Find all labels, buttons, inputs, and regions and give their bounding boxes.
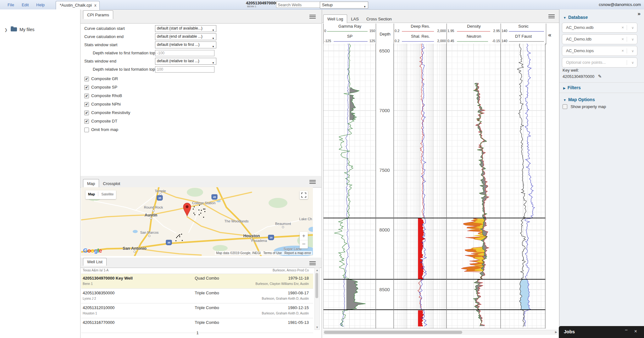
database-section-header[interactable]: ▼Database [563, 14, 588, 20]
table-row[interactable]: Texas A&m /a/ 1-ABurleson, Amoco Prod Co [81, 268, 313, 274]
tab-close-icon[interactable]: x [94, 3, 97, 8]
tab-log-las[interactable]: LAS [347, 15, 363, 23]
key-well-badge: Key Well [116, 276, 133, 281]
key-well-value: 42051304970000 ✎ [563, 74, 602, 79]
checkbox-omit-from-map[interactable] [84, 128, 89, 132]
cpi-input-5[interactable]: 100 [155, 66, 214, 73]
active-well-name: BENN 1 [246, 5, 277, 8]
well-log-plot[interactable]: 65007000750080008500 [323, 44, 546, 329]
scroll-right-icon[interactable]: ▶ [555, 330, 557, 334]
scroll-down-icon[interactable]: ▼ [315, 325, 319, 330]
collapse-sidebar-icon[interactable]: » [638, 11, 641, 17]
database-file-ac_demo.ldb[interactable]: AC_Demo.ldb×∨ [562, 34, 637, 44]
edit-key-well-icon[interactable]: ✎ [598, 74, 602, 79]
scrollbar-thumb[interactable] [315, 273, 318, 298]
tab-log-cross-section[interactable]: Cross Section [363, 15, 396, 23]
log-panel-menu-icon[interactable] [548, 14, 555, 18]
checkbox-composite-gr[interactable]: ✔ [84, 77, 89, 81]
well-list-pager[interactable]: 1 [80, 330, 314, 335]
section-expanded-icon: ▼ [563, 16, 566, 19]
tab-log-well-log[interactable]: Well Log [323, 14, 347, 23]
highway-shield-icon: 35 [166, 240, 172, 245]
remove-file-icon[interactable]: × [621, 46, 624, 56]
remove-file-icon[interactable]: × [621, 35, 624, 44]
checkbox-composite-rhob[interactable]: ✔ [84, 94, 89, 98]
cpi-select-value: default (relative to first ...) [157, 42, 199, 47]
menu-help[interactable]: Help [36, 0, 45, 7]
cpi-row-label: Depth relative to last formation top [93, 67, 155, 72]
scroll-up-icon[interactable]: ▲ [315, 268, 319, 272]
log-scrollbar-thumb[interactable] [324, 331, 462, 334]
scale-max: 2,000 [437, 39, 446, 43]
menu-file[interactable]: File [8, 0, 14, 7]
tab-cpi-params[interactable]: CPI Params [83, 10, 113, 19]
well-date: 1981-05-13 [288, 320, 309, 325]
show-property-map-checkbox[interactable] [563, 104, 567, 109]
chevron-down-icon[interactable]: ∨ [631, 58, 634, 67]
menu-edit[interactable]: Edit [22, 0, 29, 7]
top-menu-bar: FileEditHelp *Austin_Chalk.cpix 42051304… [0, 0, 644, 10]
setup-dropdown[interactable]: Setup ▼ [320, 2, 368, 8]
tab-well-list[interactable]: Well List [83, 258, 107, 266]
log-tabs: Well LogLASCross Section [323, 14, 396, 23]
google-map[interactable]: TempleCollege StationRound RockAustinSan… [81, 187, 313, 256]
chevron-down-icon[interactable]: ∨ [631, 46, 634, 56]
close-icon[interactable]: × [634, 329, 637, 334]
map-options-section-title: Map Options [568, 97, 595, 102]
file-tree-root[interactable]: ❯My files [4, 27, 35, 32]
track-header: Sonic140DT Faust140 [501, 24, 546, 44]
cpi-select-0[interactable]: default (start of available...)▼ [155, 25, 216, 32]
chevron-down-icon[interactable]: ∨ [631, 23, 634, 32]
table-row[interactable]: 42051312010000Houston 1Triple Combo1980-… [81, 303, 313, 318]
table-row[interactable]: 42051304970000 Key WellBenn 1Quad Combo1… [81, 274, 313, 289]
search-wells-input[interactable] [276, 2, 321, 8]
map-type-map-button[interactable]: Map [86, 190, 97, 198]
well-name: Benn 1 [83, 282, 93, 286]
filters-section-header[interactable]: ▶Filters [563, 85, 581, 90]
tab-map-map[interactable]: Map [83, 179, 99, 188]
well-list-menu-icon[interactable] [309, 260, 316, 265]
checkbox-composite-sp[interactable]: ✔ [84, 85, 89, 90]
checkbox-composite-dt[interactable]: ✔ [84, 119, 89, 124]
remove-file-icon[interactable]: × [621, 23, 624, 32]
collapse-log-panel-icon[interactable]: « [548, 31, 552, 38]
well-list-scrollbar[interactable]: ▲ ▼ [314, 268, 320, 330]
database-file-ac_demo.wdb[interactable]: AC_Demo.wdb×∨ [562, 23, 637, 33]
map-report-error-link[interactable]: Report a map error [285, 251, 311, 255]
cpi-select-1[interactable]: default (end of available ...)▼ [155, 33, 216, 40]
tab-well-list-label: Well List [87, 259, 103, 264]
cpi-panel-menu-icon[interactable] [309, 14, 316, 18]
map-city-dot [148, 235, 151, 237]
map-city-label: Sugar Land [284, 247, 302, 251]
app-window: FileEditHelp *Austin_Chalk.cpix 42051304… [0, 0, 644, 338]
checkbox-label: Composite DT [91, 119, 117, 123]
core-points-input[interactable]: Optional core points...∨ [562, 57, 637, 68]
map-panel-menu-icon[interactable] [309, 179, 316, 183]
cpi-select-4[interactable]: default (relative to last ...)▼ [155, 58, 216, 65]
cpi-select-2[interactable]: default (relative to first ...)▼ [155, 41, 216, 48]
checkbox-composite-resistivity[interactable]: ✔ [84, 111, 89, 115]
map-zoom-in-button[interactable]: + [300, 232, 308, 240]
map-city-label: Lake Ch [299, 217, 312, 221]
database-file-ac_demo.tops[interactable]: AC_Demo.tops×∨ [562, 46, 637, 56]
jobs-panel[interactable]: Jobs − × [559, 326, 644, 338]
chevron-down-icon[interactable]: ∨ [631, 35, 634, 44]
tree-expand-icon[interactable]: ❯ [4, 28, 8, 32]
map-pin-icon[interactable] [181, 202, 193, 217]
curve-name: Shal. Res. [394, 34, 447, 39]
map-fullscreen-button[interactable] [300, 191, 308, 199]
map-options-section-header[interactable]: ▼Map Options [563, 97, 595, 102]
map-zoom-out-button[interactable]: − [300, 240, 308, 248]
log-scrollbar[interactable]: ▶ [323, 330, 558, 335]
map-type-satellite-button[interactable]: Satellite [99, 190, 116, 198]
curve-name: DT Faust [501, 34, 546, 39]
tab-cpi-params-label: CPI Params [87, 13, 109, 17]
minimize-icon[interactable]: − [625, 327, 628, 333]
checkbox-composite-nphi[interactable]: ✔ [84, 102, 89, 107]
table-row[interactable]: 42051308350000Lyons J 2Triple Combo1980-… [81, 289, 313, 303]
checkbox-label: Composite SP [91, 85, 117, 90]
map-terms-link[interactable]: Terms of Use [263, 251, 282, 255]
tab-map-crossplot[interactable]: Crossplot [99, 179, 124, 188]
cpi-input-3[interactable]: -100 [155, 50, 214, 56]
checkbox-label: Composite RhoB [91, 93, 122, 98]
